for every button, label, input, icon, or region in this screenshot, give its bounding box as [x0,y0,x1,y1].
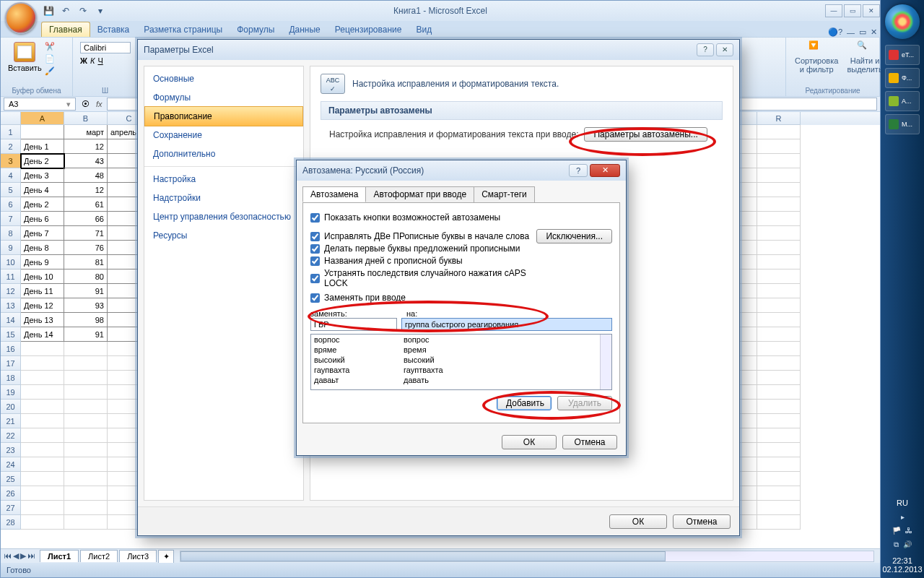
cell-B19[interactable] [64,385,108,400]
row-header-9[interactable]: 9 [1,241,21,255]
paste-button[interactable]: Вставить [5,39,45,76]
tab-insert[interactable]: Вставка [90,22,137,37]
ac-tab-autoformat[interactable]: Автоформат при вводе [365,186,474,202]
exceptions-button[interactable]: Исключения... [536,229,612,243]
cell-B21[interactable] [64,414,108,428]
taskbar-clock[interactable]: 22:31 02.12.2013 [882,552,922,578]
cell-B23[interactable] [64,443,108,457]
ac-tab-smarttags[interactable]: Смарт-теги [474,186,535,202]
cell-A22[interactable] [21,428,64,443]
replacement-list[interactable]: ворпосвопросврямевремявысоикйвысокийгауп… [310,334,612,390]
row-header-17[interactable]: 17 [1,356,21,371]
row-header-4[interactable]: 4 [1,168,21,183]
new-sheet-button[interactable]: ✦ [158,550,174,563]
tab-data[interactable]: Данные [282,22,327,37]
row-header-22[interactable]: 22 [1,428,21,443]
cell-A28[interactable] [21,515,64,530]
copy-icon[interactable]: 📄 [45,54,55,64]
cell-A14[interactable]: День 13 [21,313,64,327]
row-header-25[interactable]: 25 [1,472,21,486]
delete-button[interactable]: Удалить [557,396,612,410]
list-scrollbar[interactable] [600,335,611,389]
cell-B6[interactable]: 61 [64,197,108,212]
cell-B24[interactable] [64,457,108,472]
cell-R7[interactable] [757,212,801,226]
row-header-18[interactable]: 18 [1,371,21,385]
cell-A18[interactable] [21,371,64,385]
row-header-20[interactable]: 20 [1,400,21,414]
cell-B25[interactable] [64,472,108,486]
options-ok-button[interactable]: ОК [609,514,667,529]
cell-A4[interactable]: День 3 [21,168,64,183]
bold-button[interactable]: Ж [80,56,87,65]
cell-B27[interactable] [64,501,108,515]
cell-R13[interactable] [757,298,801,313]
cut-icon[interactable]: ✂️ [45,42,55,51]
replacement-row[interactable]: высоикйвысокий [311,355,611,365]
sheet-nav-prev-icon[interactable]: ◀ [13,551,19,561]
autocorrect-close-button[interactable]: ✕ [590,164,620,177]
sheet-tab-2[interactable]: Лист2 [80,550,118,562]
minimize-button[interactable]: — [825,4,842,17]
taskbar-app[interactable]: Ф... [885,68,920,88]
chk-two-caps[interactable]: Исправлять ДВе ПРописные буквы в начале … [310,231,536,241]
opt-nav-save[interactable]: Сохранение [144,126,303,144]
tray-show-desktop-icon[interactable]: ▸ [901,513,905,521]
underline-button[interactable]: Ч [97,56,103,65]
opt-nav-resources[interactable]: Ресурсы [144,226,303,245]
cell-B1[interactable]: март [64,125,108,139]
cell-R17[interactable] [757,356,801,371]
cell-R12[interactable] [757,284,801,298]
cell-A27[interactable] [21,501,64,515]
tab-page-layout[interactable]: Разметка страницы [136,22,230,37]
options-help-button[interactable]: ? [697,43,714,56]
cell-A8[interactable]: День 7 [21,226,64,241]
cell-B28[interactable] [64,515,108,530]
tab-formulas[interactable]: Формулы [230,22,282,37]
opt-nav-general[interactable]: Основные [144,69,303,88]
cell-R28[interactable] [757,515,801,530]
cell-A9[interactable]: День 8 [21,241,64,255]
cell-A15[interactable]: День 14 [21,327,64,342]
sheet-tab-1[interactable]: Лист1 [40,550,79,562]
autocorrect-help-button[interactable]: ? [569,164,588,177]
cell-A3[interactable]: День 2 [21,154,64,168]
cell-R26[interactable] [757,486,801,501]
cell-R22[interactable] [757,428,801,443]
cell-A19[interactable] [21,385,64,400]
chk-replace-on-type[interactable]: Заменять при вводе [310,293,612,303]
row-header-24[interactable]: 24 [1,457,21,472]
cell-B3[interactable]: 43 [64,154,108,168]
cell-A23[interactable] [21,443,64,457]
cell-B26[interactable] [64,486,108,501]
cell-A24[interactable] [21,457,64,472]
tab-review[interactable]: Рецензирование [328,22,409,37]
tab-view[interactable]: Вид [409,22,439,37]
taskbar-app[interactable]: A... [885,91,920,111]
row-header-8[interactable]: 8 [1,226,21,241]
row-header-23[interactable]: 23 [1,443,21,457]
autocorrect-cancel-button[interactable]: Отмена [562,435,617,449]
col-header-A[interactable]: A [21,112,64,125]
cell-B22[interactable] [64,428,108,443]
cell-R9[interactable] [757,241,801,255]
cell-B15[interactable]: 91 [64,327,108,342]
tray-volume-icon[interactable]: 🔊 [903,540,912,549]
cell-R2[interactable] [757,139,801,154]
cell-B8[interactable]: 71 [64,226,108,241]
cell-R10[interactable] [757,255,801,269]
maximize-button[interactable]: ▭ [844,4,861,17]
cell-R8[interactable] [757,226,801,241]
sort-filter-button[interactable]: 🔽 Сортировка и фильтр [790,39,842,75]
cell-R21[interactable] [757,414,801,428]
cell-R16[interactable] [757,342,801,356]
replacement-row[interactable]: даваьтдавать [311,375,611,385]
cell-R14[interactable] [757,313,801,327]
cell-R15[interactable] [757,327,801,342]
cell-A6[interactable]: День 2 [21,197,64,212]
undo-icon[interactable]: ↶ [58,4,73,18]
close-button[interactable]: ✕ [863,4,880,17]
cell-B9[interactable]: 76 [64,241,108,255]
cell-A10[interactable]: День 9 [21,255,64,269]
cell-A25[interactable] [21,472,64,486]
